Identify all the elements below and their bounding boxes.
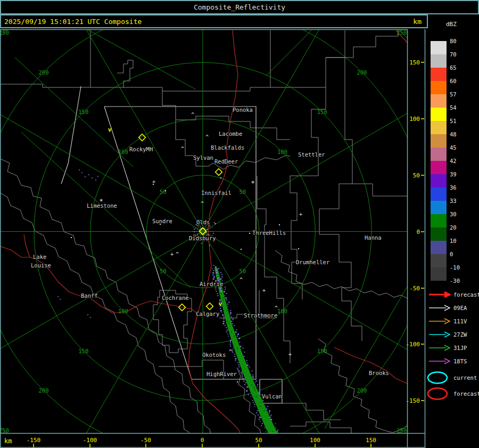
right-axis-tick-label: 50 <box>413 172 420 179</box>
city-label: Brooks <box>369 370 389 376</box>
colorbar-swatch <box>431 94 447 108</box>
precip-speckle <box>220 278 221 280</box>
precip-speckle <box>232 352 233 353</box>
precip-speckle <box>259 419 260 420</box>
coverage-box-outline <box>260 379 282 403</box>
colorbar-swatch <box>431 54 447 68</box>
bottom-axis-tick-label: 50 <box>255 437 262 444</box>
caret-marker-icon: ^ <box>229 349 232 355</box>
ring-distance-label: 100 <box>277 149 287 155</box>
colorbar-value-label: 65 <box>450 64 457 71</box>
colorbar-swatch <box>431 81 447 94</box>
weak-echo-speck <box>81 172 82 173</box>
caret-marker-icon: ^ <box>201 201 204 207</box>
precip-speckle <box>221 276 223 278</box>
precip-speckle <box>262 400 263 401</box>
city-label: RockyMH <box>129 146 153 152</box>
precip-core-texture <box>218 276 219 277</box>
precip-speckle <box>222 323 224 324</box>
precip-speckle <box>225 325 226 326</box>
precip-speckle <box>230 314 231 315</box>
town-dot <box>165 190 166 191</box>
city-label: Drumheller <box>296 259 329 265</box>
bottom-axis-tick-label: 0 <box>201 437 204 444</box>
precip-core-texture <box>251 384 252 385</box>
precip-core-texture <box>237 348 238 349</box>
colorbar-swatch <box>431 68 447 81</box>
precip-speckle <box>223 319 224 320</box>
town-dot <box>153 184 154 185</box>
colorbar-value-label: 51 <box>450 118 457 124</box>
city-label: Louise <box>31 262 51 268</box>
town-dot <box>237 381 238 382</box>
river-or-terrain-line <box>0 193 189 433</box>
radar-site-dot <box>206 232 207 233</box>
ring-distance-label: 150 <box>317 348 327 354</box>
legend-item-label: 09EA <box>453 305 467 311</box>
town-dot <box>249 233 250 234</box>
precip-speckle <box>226 329 228 331</box>
colorbar-swatch <box>431 134 447 148</box>
colorbar-value-label: 20 <box>450 224 457 231</box>
precip-speckle <box>213 270 214 271</box>
colorbar-value-label: 42 <box>450 158 457 164</box>
radar-map-canvas[interactable]: 5050505010010010010015015015015020020020… <box>0 0 479 448</box>
legend-item-label: 27ZW <box>453 331 467 338</box>
precip-speckle <box>224 295 225 296</box>
precip-speckle <box>224 291 225 292</box>
precip-speckle <box>259 388 260 389</box>
precip-speckle <box>266 431 267 432</box>
plus-marker-icon: + <box>288 352 292 357</box>
town-dot <box>241 249 242 250</box>
ring-distance-label: 150 <box>78 109 88 115</box>
colorbar-value-label: 57 <box>450 91 457 97</box>
town-dot <box>220 177 221 178</box>
precip-speckle <box>269 412 270 413</box>
precip-core-texture <box>222 299 224 300</box>
right-axis-tick-label: 0 <box>416 229 420 235</box>
precip-speckle <box>220 272 221 273</box>
precip-speckle <box>254 406 255 407</box>
colorbar-swatch <box>431 227 447 241</box>
graticule-line <box>325 287 407 429</box>
legend-item-label: 31JP <box>453 345 467 351</box>
ring-distance-label: 100 <box>118 149 128 155</box>
county-boundary <box>117 60 133 87</box>
city-label: Didsbury <box>189 235 216 241</box>
precip-speckle <box>241 372 242 373</box>
ring-distance-label: 200 <box>357 69 367 76</box>
ring-distance-label: 200 <box>39 387 49 394</box>
precip-speckle <box>235 331 237 333</box>
caret-marker-icon: ^ <box>275 305 278 311</box>
city-label: RedDeer <box>214 158 238 165</box>
precip-speckle <box>238 366 240 368</box>
precip-speckle <box>247 364 249 366</box>
precip-speckle <box>244 384 245 385</box>
highway-line <box>24 234 30 257</box>
county-boundary <box>270 30 345 87</box>
precip-speckle <box>270 417 271 418</box>
colorbar-value-label: 80 <box>450 38 457 44</box>
weak-echo-speck <box>213 265 214 266</box>
city-label: Innisfail <box>201 190 232 196</box>
legend-arrow-head-icon <box>444 292 450 297</box>
town-dot <box>298 248 299 249</box>
precip-speckle <box>234 325 235 326</box>
city-label: Lacombe <box>219 131 242 137</box>
legend-item-label: forecast <box>453 291 479 298</box>
colorbar-swatch <box>431 188 447 201</box>
colorbar-swatch <box>431 201 447 214</box>
ring-distance-label: 150 <box>78 348 88 354</box>
river-or-terrain-line <box>318 339 407 433</box>
legend-ellipse-icon <box>428 388 447 400</box>
wind-vee-icon: v <box>219 300 222 307</box>
precip-speckle <box>213 276 215 278</box>
precip-speckle <box>252 374 253 376</box>
azimuth-spoke <box>0 91 203 231</box>
precip-speckle <box>260 421 261 422</box>
precip-speckle <box>267 406 268 407</box>
precip-speckle <box>226 331 227 332</box>
highway-line <box>334 347 407 384</box>
precip-speckle <box>248 394 249 395</box>
ring-distance-label: 250 <box>0 29 9 36</box>
